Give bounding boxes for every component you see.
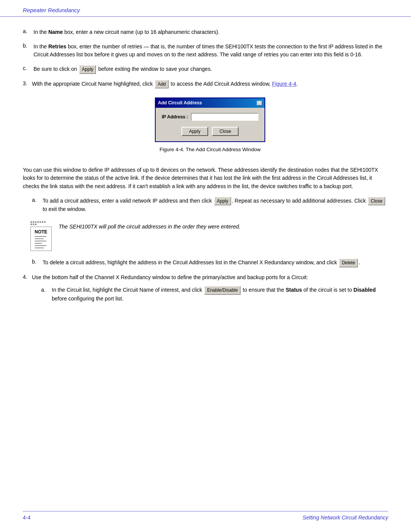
note-icon-block: NOTE (30, 221, 53, 251)
note-line-2 (35, 238, 44, 239)
delete-btn-inline[interactable]: Delete (339, 259, 358, 267)
list-text-sub-a: To add a circuit address, enter a valid … (43, 197, 388, 214)
note-line-1 (35, 236, 46, 237)
note-dot (44, 221, 46, 223)
note-icon-dots (30, 221, 47, 225)
enable-disable-btn[interactable]: Enable/Disable (204, 286, 241, 295)
list-text-4a: In the Circuit list, highlight the Circu… (52, 286, 388, 303)
footer-section-title: Setting Network Circuit Redundancy (303, 514, 388, 521)
list-item-c: c. Be sure to click on Apply before exit… (23, 65, 388, 74)
dialog-titlebar: Add Circuit Address × (156, 98, 264, 108)
dialog-title: Add Circuit Address (158, 99, 202, 107)
page-footer: 4-4 Setting Network Circuit Redundancy (23, 511, 388, 521)
note-line-3 (35, 241, 46, 241)
dialog-buttons: Apply Close (162, 127, 258, 136)
note-dot (40, 221, 41, 223)
disabled-text: Disabled (354, 287, 376, 293)
header-title: Repeater Redundancy (23, 7, 80, 13)
dialog-close-titlebar-btn[interactable]: × (257, 101, 262, 105)
list-item-b: b. In the Retries box, enter the number … (23, 43, 388, 59)
note-dot (30, 221, 32, 223)
list-text-sub-b: To delete a circuit address, highlight t… (43, 259, 388, 267)
list-item-sub-b: b. To delete a circuit address, highligh… (32, 259, 388, 267)
note-box: NOTE (30, 227, 52, 251)
note-dot (30, 224, 32, 225)
apply-inline-btn[interactable]: Apply (79, 65, 96, 74)
list-label-a: a. (23, 28, 33, 34)
list-label-b: b. (23, 43, 33, 49)
footer-page-number: 4-4 (23, 514, 30, 521)
list-item-a: a. In the Name box, enter a new circuit … (23, 28, 388, 37)
note-dot (35, 224, 37, 225)
dialog-body: IP Address : Apply Close (156, 108, 264, 141)
close-btn-inline[interactable]: Close (368, 197, 385, 206)
list-label-4a: a. (41, 286, 52, 294)
note-dot (35, 221, 37, 223)
note-lines (35, 236, 48, 248)
page-container: Repeater Redundancy a. In the Name box, … (0, 0, 411, 532)
num-content-4: Use the bottom half of the Channel X Red… (32, 273, 388, 309)
add-inline-btn[interactable]: Add (155, 80, 168, 89)
paragraph-1: You can use this window to define IP add… (23, 166, 388, 191)
dialog-field-row: IP Address : (162, 113, 258, 121)
list-label-sub-a: a. (32, 197, 43, 203)
num-item-4: 4. Use the bottom half of the Channel X … (23, 273, 388, 309)
note-label: NOTE (35, 229, 48, 235)
note-dot (42, 221, 43, 223)
note-line-5 (35, 245, 46, 246)
apply-btn-2[interactable]: Apply (214, 197, 231, 206)
note-line-6 (35, 248, 44, 248)
list-text-c: Be sure to click on Apply before exiting… (33, 65, 388, 74)
num-label-3: 3. (23, 80, 32, 86)
note-line-4 (35, 243, 42, 244)
list-label-c: c. (23, 65, 33, 71)
figure-4-4-link[interactable]: Figure 4-4 (272, 81, 296, 87)
dialog-ip-label: IP Address : (162, 113, 188, 121)
note-dot (33, 224, 34, 225)
dialog-apply-btn[interactable]: Apply (182, 127, 208, 136)
note-dot (37, 221, 39, 223)
dialog-ip-input[interactable] (191, 113, 258, 121)
note-text: The SEHI100TX will poll the circuit addr… (59, 221, 388, 231)
content-area: a. In the Name box, enter a new circuit … (0, 17, 411, 327)
note-container: NOTE The SEHI100TX will poll the circuit… (23, 221, 388, 251)
list-text-a: In the Name box, enter a new circuit nam… (33, 28, 388, 37)
dialog-close-btn[interactable]: Close (212, 127, 239, 136)
list-text-b: In the Retries box, enter the number of … (33, 43, 388, 59)
figure-container: Add Circuit Address × IP Address : Apply… (32, 97, 388, 154)
list-label-sub-b: b. (32, 259, 43, 265)
page-header: Repeater Redundancy (0, 0, 411, 17)
list-item-sub-a: a. To add a circuit address, enter a val… (32, 197, 388, 214)
note-dot (33, 221, 34, 223)
num-item-3: 3. With the appropriate Circuit Name hig… (23, 80, 388, 160)
add-circuit-dialog: Add Circuit Address × IP Address : Apply… (155, 97, 265, 142)
num-content-3: With the appropriate Circuit Name highli… (32, 80, 388, 160)
figure-caption: Figure 4-4. The Add Circuit Address Wind… (32, 146, 388, 154)
num-label-4: 4. (23, 273, 32, 280)
list-item-4a: a. In the Circuit list, highlight the Ci… (41, 286, 388, 303)
